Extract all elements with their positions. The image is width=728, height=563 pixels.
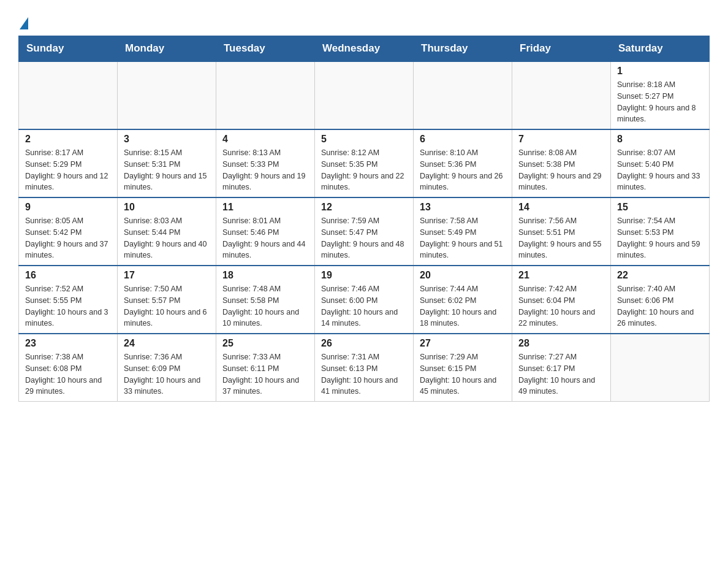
day-info: Sunrise: 8:10 AMSunset: 5:36 PMDaylight:… bbox=[420, 147, 506, 193]
calendar-day-cell: 4Sunrise: 8:13 AMSunset: 5:33 PMDaylight… bbox=[216, 129, 315, 197]
day-info: Sunrise: 7:46 AMSunset: 6:00 PMDaylight:… bbox=[321, 283, 407, 329]
day-info: Sunrise: 8:07 AMSunset: 5:40 PMDaylight:… bbox=[617, 147, 703, 193]
column-header-sunday: Sunday bbox=[19, 36, 118, 62]
day-number: 6 bbox=[420, 134, 506, 145]
day-info: Sunrise: 8:05 AMSunset: 5:42 PMDaylight:… bbox=[25, 215, 111, 261]
calendar-week-row: 9Sunrise: 8:05 AMSunset: 5:42 PMDaylight… bbox=[19, 197, 710, 266]
day-number: 11 bbox=[222, 202, 308, 213]
calendar-day-cell bbox=[611, 334, 710, 402]
column-header-tuesday: Tuesday bbox=[216, 36, 315, 62]
day-number: 16 bbox=[25, 270, 111, 281]
day-info: Sunrise: 7:38 AMSunset: 6:08 PMDaylight:… bbox=[25, 351, 111, 397]
day-number: 28 bbox=[518, 338, 604, 349]
calendar-day-cell: 13Sunrise: 7:58 AMSunset: 5:49 PMDayligh… bbox=[414, 197, 512, 266]
day-number: 22 bbox=[617, 270, 703, 281]
day-info: Sunrise: 7:52 AMSunset: 5:55 PMDaylight:… bbox=[25, 283, 111, 329]
day-number: 21 bbox=[518, 270, 604, 281]
calendar-week-row: 23Sunrise: 7:38 AMSunset: 6:08 PMDayligh… bbox=[19, 334, 710, 402]
day-info: Sunrise: 7:31 AMSunset: 6:13 PMDaylight:… bbox=[321, 351, 407, 397]
day-info: Sunrise: 8:15 AMSunset: 5:31 PMDaylight:… bbox=[124, 147, 210, 193]
calendar-day-cell bbox=[118, 61, 216, 129]
day-number: 13 bbox=[420, 202, 506, 213]
day-info: Sunrise: 7:40 AMSunset: 6:06 PMDaylight:… bbox=[617, 283, 703, 329]
day-number: 7 bbox=[518, 134, 604, 145]
day-number: 25 bbox=[222, 338, 308, 349]
day-info: Sunrise: 7:36 AMSunset: 6:09 PMDaylight:… bbox=[124, 351, 210, 397]
day-info: Sunrise: 8:01 AMSunset: 5:46 PMDaylight:… bbox=[222, 215, 308, 261]
calendar-week-row: 16Sunrise: 7:52 AMSunset: 5:55 PMDayligh… bbox=[19, 266, 710, 334]
day-number: 18 bbox=[222, 270, 308, 281]
column-header-saturday: Saturday bbox=[611, 36, 710, 62]
column-header-wednesday: Wednesday bbox=[315, 36, 414, 62]
calendar-day-cell: 10Sunrise: 8:03 AMSunset: 5:44 PMDayligh… bbox=[118, 197, 216, 266]
calendar-day-cell: 25Sunrise: 7:33 AMSunset: 6:11 PMDayligh… bbox=[216, 334, 315, 402]
calendar-day-cell: 20Sunrise: 7:44 AMSunset: 6:02 PMDayligh… bbox=[414, 266, 512, 334]
calendar-day-cell: 26Sunrise: 7:31 AMSunset: 6:13 PMDayligh… bbox=[315, 334, 414, 402]
calendar-day-cell: 27Sunrise: 7:29 AMSunset: 6:15 PMDayligh… bbox=[414, 334, 512, 402]
day-info: Sunrise: 7:59 AMSunset: 5:47 PMDaylight:… bbox=[321, 215, 407, 261]
day-number: 15 bbox=[617, 202, 703, 213]
day-number: 2 bbox=[25, 134, 111, 145]
day-number: 24 bbox=[124, 338, 210, 349]
day-info: Sunrise: 7:29 AMSunset: 6:15 PMDaylight:… bbox=[420, 351, 506, 397]
day-info: Sunrise: 7:44 AMSunset: 6:02 PMDaylight:… bbox=[420, 283, 506, 329]
calendar-day-cell bbox=[512, 61, 611, 129]
calendar-day-cell: 8Sunrise: 8:07 AMSunset: 5:40 PMDaylight… bbox=[611, 129, 710, 197]
calendar-day-cell: 22Sunrise: 7:40 AMSunset: 6:06 PMDayligh… bbox=[611, 266, 710, 334]
column-header-friday: Friday bbox=[512, 36, 611, 62]
day-number: 3 bbox=[124, 134, 210, 145]
calendar-day-cell bbox=[315, 61, 414, 129]
day-number: 19 bbox=[321, 270, 407, 281]
calendar-day-cell: 23Sunrise: 7:38 AMSunset: 6:08 PMDayligh… bbox=[19, 334, 118, 402]
calendar-day-cell: 2Sunrise: 8:17 AMSunset: 5:29 PMDaylight… bbox=[19, 129, 118, 197]
day-info: Sunrise: 7:58 AMSunset: 5:49 PMDaylight:… bbox=[420, 215, 506, 261]
day-info: Sunrise: 7:56 AMSunset: 5:51 PMDaylight:… bbox=[518, 215, 604, 261]
day-info: Sunrise: 7:54 AMSunset: 5:53 PMDaylight:… bbox=[617, 215, 703, 261]
calendar-week-row: 1Sunrise: 8:18 AMSunset: 5:27 PMDaylight… bbox=[19, 61, 710, 129]
day-number: 1 bbox=[617, 66, 703, 77]
calendar-day-cell: 21Sunrise: 7:42 AMSunset: 6:04 PMDayligh… bbox=[512, 266, 611, 334]
day-number: 14 bbox=[518, 202, 604, 213]
calendar-day-cell: 5Sunrise: 8:12 AMSunset: 5:35 PMDaylight… bbox=[315, 129, 414, 197]
day-info: Sunrise: 8:17 AMSunset: 5:29 PMDaylight:… bbox=[25, 147, 111, 193]
calendar-day-cell bbox=[19, 61, 118, 129]
day-info: Sunrise: 8:12 AMSunset: 5:35 PMDaylight:… bbox=[321, 147, 407, 193]
day-number: 5 bbox=[321, 134, 407, 145]
calendar-day-cell: 19Sunrise: 7:46 AMSunset: 6:00 PMDayligh… bbox=[315, 266, 414, 334]
day-number: 4 bbox=[222, 134, 308, 145]
calendar-day-cell bbox=[414, 61, 512, 129]
calendar-week-row: 2Sunrise: 8:17 AMSunset: 5:29 PMDaylight… bbox=[19, 129, 710, 197]
column-header-thursday: Thursday bbox=[414, 36, 512, 62]
day-info: Sunrise: 8:13 AMSunset: 5:33 PMDaylight:… bbox=[222, 147, 308, 193]
calendar-day-cell: 11Sunrise: 8:01 AMSunset: 5:46 PMDayligh… bbox=[216, 197, 315, 266]
calendar-day-cell: 17Sunrise: 7:50 AMSunset: 5:57 PMDayligh… bbox=[118, 266, 216, 334]
day-number: 27 bbox=[420, 338, 506, 349]
column-header-monday: Monday bbox=[118, 36, 216, 62]
calendar-day-cell: 15Sunrise: 7:54 AMSunset: 5:53 PMDayligh… bbox=[611, 197, 710, 266]
calendar-day-cell: 28Sunrise: 7:27 AMSunset: 6:17 PMDayligh… bbox=[512, 334, 611, 402]
page-header bbox=[18, 12, 710, 29]
calendar-day-cell: 12Sunrise: 7:59 AMSunset: 5:47 PMDayligh… bbox=[315, 197, 414, 266]
day-info: Sunrise: 8:18 AMSunset: 5:27 PMDaylight:… bbox=[617, 79, 703, 125]
calendar-day-cell: 3Sunrise: 8:15 AMSunset: 5:31 PMDaylight… bbox=[118, 129, 216, 197]
calendar-day-cell: 9Sunrise: 8:05 AMSunset: 5:42 PMDaylight… bbox=[19, 197, 118, 266]
day-number: 8 bbox=[617, 134, 703, 145]
day-info: Sunrise: 7:33 AMSunset: 6:11 PMDaylight:… bbox=[222, 351, 308, 397]
day-number: 23 bbox=[25, 338, 111, 349]
calendar-day-cell: 16Sunrise: 7:52 AMSunset: 5:55 PMDayligh… bbox=[19, 266, 118, 334]
calendar-table: SundayMondayTuesdayWednesdayThursdayFrid… bbox=[18, 36, 710, 402]
day-number: 17 bbox=[124, 270, 210, 281]
logo bbox=[18, 12, 28, 29]
day-info: Sunrise: 8:03 AMSunset: 5:44 PMDaylight:… bbox=[124, 215, 210, 261]
day-number: 10 bbox=[124, 202, 210, 213]
calendar-day-cell: 1Sunrise: 8:18 AMSunset: 5:27 PMDaylight… bbox=[611, 61, 710, 129]
calendar-day-cell: 24Sunrise: 7:36 AMSunset: 6:09 PMDayligh… bbox=[118, 334, 216, 402]
calendar-day-cell: 18Sunrise: 7:48 AMSunset: 5:58 PMDayligh… bbox=[216, 266, 315, 334]
day-number: 26 bbox=[321, 338, 407, 349]
day-number: 12 bbox=[321, 202, 407, 213]
day-number: 9 bbox=[25, 202, 111, 213]
calendar-day-cell: 7Sunrise: 8:08 AMSunset: 5:38 PMDaylight… bbox=[512, 129, 611, 197]
day-info: Sunrise: 7:27 AMSunset: 6:17 PMDaylight:… bbox=[518, 351, 604, 397]
day-info: Sunrise: 7:42 AMSunset: 6:04 PMDaylight:… bbox=[518, 283, 604, 329]
calendar-day-cell: 14Sunrise: 7:56 AMSunset: 5:51 PMDayligh… bbox=[512, 197, 611, 266]
